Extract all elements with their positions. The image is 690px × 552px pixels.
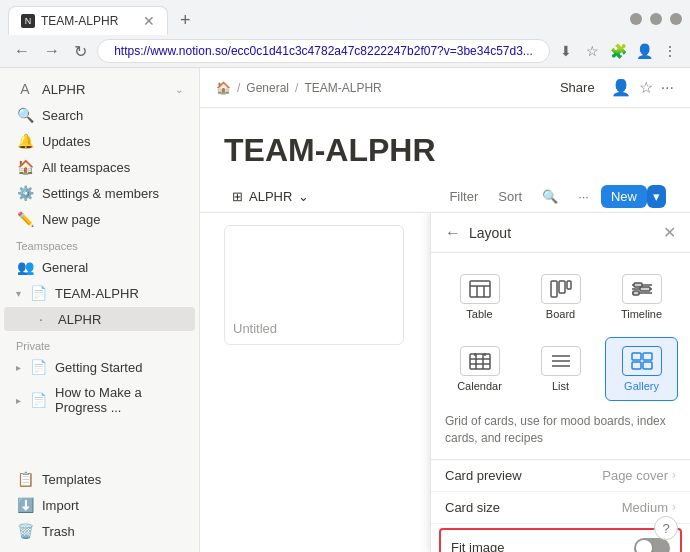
share-button[interactable]: Share [552,76,603,99]
more-options-icon[interactable]: ··· [661,79,674,97]
layout-option-board[interactable]: Board [524,265,597,329]
card-label: Untitled [233,321,277,336]
sidebar-item-updates[interactable]: 🔔 Updates [4,129,195,153]
svg-rect-0 [470,281,490,297]
breadcrumb-section[interactable]: General [246,81,289,95]
card-size-arrow: › [672,500,676,514]
templates-icon: 📋 [16,471,34,487]
updates-icon: 🔔 [16,133,34,149]
layout-option-timeline[interactable]: Timeline [605,265,678,329]
settings-icon: ⚙️ [16,185,34,201]
untitled-card[interactable]: Untitled [224,225,404,345]
topbar-actions: Share 👤 ☆ ··· [552,76,674,99]
svg-rect-26 [643,362,652,369]
gs-chevron: ▸ [16,362,21,373]
gs-icon: 📄 [29,359,47,375]
profile-icon[interactable]: 👤 [634,41,654,61]
search-icon: 🔍 [16,107,34,123]
new-button[interactable]: New [601,185,647,208]
sidebar-item-progress[interactable]: ▸ 📄 How to Make a Progress ... [4,381,195,419]
sidebar-item-team-alphr[interactable]: ▾ 📄 TEAM-ALPHR [4,281,195,305]
layout-option-calendar[interactable]: Calendar [443,337,516,401]
gallery-area: Untitled ← Layout ✕ [200,213,690,552]
trash-label: Trash [42,524,183,539]
extensions-icon[interactable]: 🧩 [608,41,628,61]
svg-rect-5 [559,281,565,293]
new-page-icon: ✏️ [16,211,34,227]
view-type-icon: ⊞ [232,189,243,204]
maximize-button[interactable] [650,13,662,25]
page-content: TEAM-ALPHR ⊞ ALPHR ⌄ Filter Sort 🔍 ··· N… [200,108,690,552]
search-button[interactable]: 🔍 [534,185,566,208]
card-preview-value: Page cover › [602,468,676,483]
prog-icon: 📄 [29,392,47,408]
card-preview-arrow: › [672,468,676,482]
sidebar-item-all-teamspaces[interactable]: 🏠 All teamspaces [4,155,195,179]
tab-bar: N TEAM-ALPHR ✕ + [0,0,690,35]
favorite-icon[interactable]: ☆ [639,78,653,97]
star-icon[interactable]: ☆ [582,41,602,61]
sort-button[interactable]: Sort [490,185,530,208]
panel-back-button[interactable]: ← [445,224,461,242]
fit-image-row[interactable]: Fit image [439,528,682,552]
user-icon[interactable]: 👤 [611,78,631,97]
tab-title: TEAM-ALPHR [41,14,118,28]
app: A ALPHR ⌄ 🔍 Search 🔔 Updates 🏠 All teams… [0,68,690,552]
sidebar-item-templates[interactable]: 📋 Templates [4,467,195,491]
download-icon[interactable]: ⬇ [556,41,576,61]
more-options-button[interactable]: ··· [570,185,597,208]
url-input[interactable] [97,39,550,63]
layout-option-list[interactable]: List [524,337,597,401]
svg-rect-6 [567,281,571,289]
table-label: Table [466,308,492,320]
team-alphr-icon: 📄 [29,285,47,301]
alphr-label: ALPHR [58,312,183,327]
back-button[interactable]: ← [10,40,34,62]
new-dropdown-button[interactable]: ▾ [647,185,666,208]
close-window-button[interactable] [670,13,682,25]
card-preview-row[interactable]: Card preview Page cover › [431,460,690,492]
gs-label: Getting Started [55,360,183,375]
reload-button[interactable]: ↻ [70,40,91,63]
view-name-button[interactable]: ⊞ ALPHR ⌄ [224,185,317,208]
tab-close-button[interactable]: ✕ [143,13,155,29]
panel-close-button[interactable]: ✕ [663,223,676,242]
templates-label: Templates [42,472,183,487]
main-content: 🏠 / General / TEAM-ALPHR Share 👤 ☆ ··· T… [200,68,690,552]
toggle-knob [636,540,652,552]
sidebar-item-settings[interactable]: ⚙️ Settings & members [4,181,195,205]
board-label: Board [546,308,575,320]
sidebar-item-general[interactable]: 👥 General [4,255,195,279]
minimize-button[interactable] [630,13,642,25]
new-tab-button[interactable]: + [172,6,199,35]
fit-image-label: Fit image [451,540,634,552]
workspace-icon: A [16,81,34,97]
sidebar-item-trash[interactable]: 🗑️ Trash [4,519,195,543]
card-size-row[interactable]: Card size Medium › [431,492,690,524]
forward-button[interactable]: → [40,40,64,62]
card-size-value: Medium › [622,500,676,515]
sidebar-item-new-page[interactable]: ✏️ New page [4,207,195,231]
sidebar: A ALPHR ⌄ 🔍 Search 🔔 Updates 🏠 All teams… [0,68,200,552]
sidebar-item-getting-started[interactable]: ▸ 📄 Getting Started [4,355,195,379]
menu-icon[interactable]: ⋮ [660,41,680,61]
help-button[interactable]: ? [654,516,678,540]
workspace-name[interactable]: A ALPHR ⌄ [4,77,195,101]
layout-option-gallery[interactable]: Gallery [605,337,678,401]
timeline-label: Timeline [621,308,662,320]
browser-actions: ⬇ ☆ 🧩 👤 ⋮ [556,41,680,61]
sidebar-item-search[interactable]: 🔍 Search [4,103,195,127]
svg-rect-23 [632,353,641,360]
general-label: General [42,260,183,275]
svg-rect-25 [632,362,641,369]
layout-option-table[interactable]: Table [443,265,516,329]
view-name-label: ALPHR [249,189,292,204]
filter-button[interactable]: Filter [441,185,486,208]
updates-label: Updates [42,134,183,149]
list-icon [541,346,581,376]
sidebar-item-import[interactable]: ⬇️ Import [4,493,195,517]
breadcrumb-page[interactable]: TEAM-ALPHR [304,81,381,95]
sidebar-item-alphr[interactable]: · ALPHR [4,307,195,331]
breadcrumb-home[interactable]: 🏠 [216,81,231,95]
active-tab[interactable]: N TEAM-ALPHR ✕ [8,6,168,35]
